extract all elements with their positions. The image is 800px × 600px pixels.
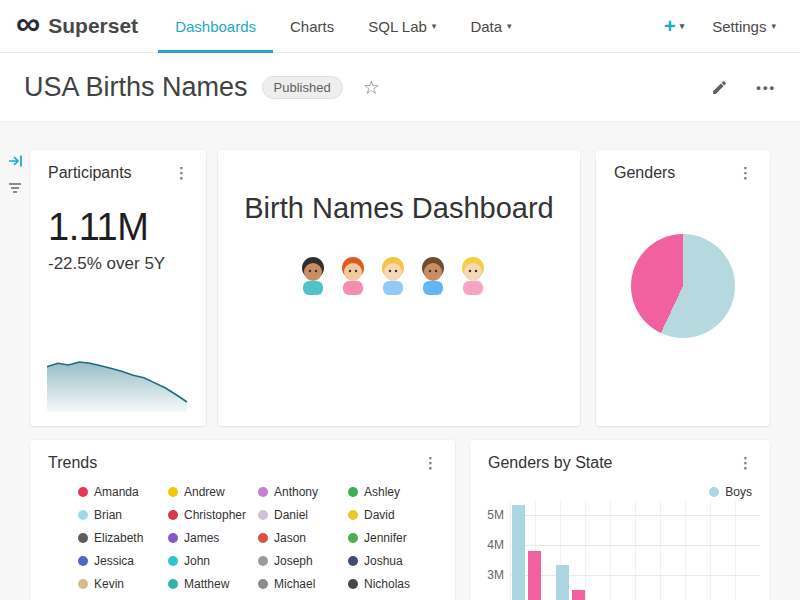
legend-label: Anthony: [274, 485, 318, 499]
legend-dot: [348, 510, 358, 520]
legend-item[interactable]: John: [168, 554, 258, 568]
legend-label: Andrew: [184, 485, 225, 499]
legend-dot: [78, 579, 88, 589]
y-axis-tick: 5M: [470, 508, 504, 522]
nav-sql-lab-label: SQL Lab: [368, 18, 427, 35]
nav-data[interactable]: Data ▾: [453, 0, 528, 53]
legend-item[interactable]: Brian: [78, 508, 168, 522]
genders-by-state-chart: 5M 4M 3M: [470, 501, 770, 600]
bar-boys: [556, 565, 569, 600]
more-options-icon[interactable]: •••: [756, 80, 776, 95]
settings-menu[interactable]: Settings ▾: [712, 18, 776, 35]
card-title: Participants: [48, 164, 132, 182]
y-axis-tick: 4M: [470, 538, 504, 552]
nav-sql-lab[interactable]: SQL Lab ▾: [351, 0, 453, 53]
legend-dot: [258, 533, 268, 543]
legend-label: Joseph: [274, 554, 313, 568]
legend-item[interactable]: David: [348, 508, 438, 522]
legend-item[interactable]: Elizabeth: [78, 531, 168, 545]
chevron-down-icon: ▾: [507, 22, 512, 31]
markdown-heading: Birth Names Dashboard: [218, 192, 580, 225]
big-number-value: 1.11M: [48, 206, 206, 249]
legend-item[interactable]: Andrew: [168, 485, 258, 499]
legend-item-boys[interactable]: Boys: [709, 485, 752, 499]
chevron-down-icon: ▾: [771, 22, 776, 31]
new-item-button[interactable]: + ▾: [664, 15, 684, 38]
card-title: Genders: [614, 164, 675, 182]
legend-item[interactable]: Nicholas: [348, 577, 438, 591]
participants-card: Participants ⋮ 1.11M -22.5% over 5Y: [30, 150, 206, 426]
gridline: [510, 515, 760, 516]
bar-girls: [528, 551, 541, 600]
nav-dashboards[interactable]: Dashboards: [158, 0, 273, 53]
legend-label: Jennifer: [364, 531, 407, 545]
legend-dot: [258, 556, 268, 566]
participants-trend-chart: [46, 356, 188, 412]
bar-boys: [512, 505, 525, 600]
legend-item[interactable]: Christopher: [168, 508, 258, 522]
card-title: Genders by State: [488, 454, 613, 472]
legend-label: Ashley: [364, 485, 400, 499]
legend-item[interactable]: Jessica: [78, 554, 168, 568]
markdown-header-card: Birth Names Dashboard: [218, 150, 580, 426]
favorite-star-icon[interactable]: ☆: [363, 76, 380, 99]
superset-logo[interactable]: ∞ Superset: [16, 12, 138, 39]
genders-pie-chart[interactable]: [631, 234, 735, 338]
legend-item[interactable]: Daniel: [258, 508, 348, 522]
legend-item[interactable]: Amanda: [78, 485, 168, 499]
legend-item[interactable]: Joseph: [258, 554, 348, 568]
kebab-menu-icon[interactable]: ⋮: [416, 454, 445, 472]
kebab-menu-icon[interactable]: ⋮: [731, 164, 760, 182]
legend-dot: [168, 556, 178, 566]
kebab-menu-icon[interactable]: ⋮: [731, 454, 760, 472]
expand-filter-bar-icon[interactable]: [8, 154, 23, 172]
chevron-down-icon: ▾: [680, 22, 685, 31]
legend-dot: [78, 556, 88, 566]
chevron-down-icon: ▾: [432, 22, 437, 31]
legend-dot: [168, 533, 178, 543]
published-badge[interactable]: Published: [262, 76, 343, 99]
legend-label: Daniel: [274, 508, 308, 522]
nav-charts[interactable]: Charts: [273, 0, 351, 53]
legend-dot: [78, 533, 88, 543]
legend-label: John: [184, 554, 210, 568]
legend-label: Kevin: [94, 577, 124, 591]
legend-dot: [258, 487, 268, 497]
legend-label: Elizabeth: [94, 531, 143, 545]
kebab-menu-icon[interactable]: ⋮: [167, 164, 196, 182]
dashboard-canvas: Participants ⋮ 1.11M -22.5% over 5Y Birt…: [0, 122, 800, 600]
legend-item[interactable]: Kevin: [78, 577, 168, 591]
legend-dot: [258, 510, 268, 520]
legend-dot: [348, 579, 358, 589]
edit-pencil-icon[interactable]: [711, 79, 728, 96]
header-actions: •••: [711, 79, 776, 96]
legend-label: Jessica: [94, 554, 134, 568]
legend-dot: [168, 510, 178, 520]
legend-label: James: [184, 531, 219, 545]
trends-card: Trends ⋮ Amanda Andrew Anthony: [30, 440, 455, 600]
legend-dot: [258, 579, 268, 589]
nav-dashboards-label: Dashboards: [175, 18, 256, 35]
nav-charts-label: Charts: [290, 18, 334, 35]
legend-dot: [348, 533, 358, 543]
legend-item[interactable]: Matthew: [168, 577, 258, 591]
legend-item[interactable]: James: [168, 531, 258, 545]
legend-item[interactable]: Joshua: [348, 554, 438, 568]
plus-icon: +: [664, 15, 676, 38]
card-title: Trends: [48, 454, 97, 472]
legend-item[interactable]: Jason: [258, 531, 348, 545]
legend-label: Michael: [274, 577, 315, 591]
genders-by-state-card: Genders by State ⋮ Boys 5M 4M 3M: [470, 440, 770, 600]
trends-legend: Amanda Andrew Anthony Ashley: [30, 472, 455, 600]
legend-item[interactable]: Anthony: [258, 485, 348, 499]
filter-list-icon[interactable]: [8, 180, 22, 198]
children-emoji-illustration: [218, 255, 580, 299]
gridline: [510, 575, 760, 576]
legend-label: Nicholas: [364, 577, 410, 591]
legend-item[interactable]: Jennifer: [348, 531, 438, 545]
legend-item[interactable]: Ashley: [348, 485, 438, 499]
legend-item[interactable]: Michael: [258, 577, 348, 591]
genders-card: Genders ⋮: [596, 150, 770, 426]
legend-dot: [78, 510, 88, 520]
dashboard-header: USA Births Names Published ☆ •••: [0, 53, 800, 122]
